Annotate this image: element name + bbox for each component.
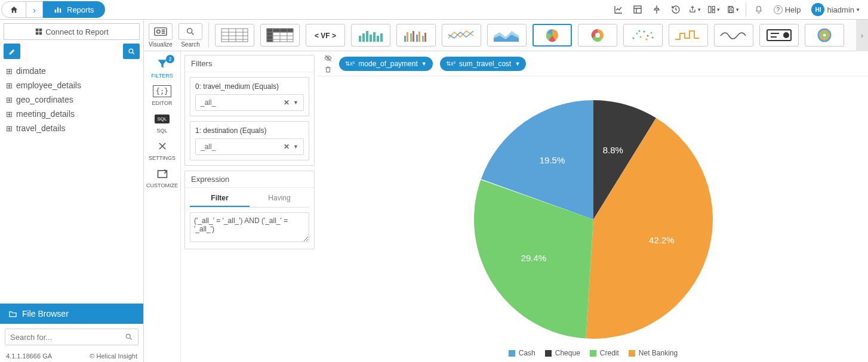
svg-text:19.5%: 19.5% <box>539 154 565 165</box>
version-label: 4.1.1.18666 GA <box>6 352 52 360</box>
chart-type-spline[interactable] <box>714 24 753 47</box>
help-button[interactable]: ? Help <box>769 5 806 14</box>
tab-having[interactable]: Having <box>250 190 309 207</box>
svg-point-54 <box>822 33 827 38</box>
toolbar-save-icon[interactable]: ▾ <box>724 1 742 18</box>
tool-sql[interactable]: SQL SQL <box>144 110 180 135</box>
svg-point-13 <box>129 49 133 53</box>
user-menu[interactable]: HI hiadmin ▾ <box>807 3 864 16</box>
svg-rect-32 <box>410 33 412 42</box>
svg-rect-31 <box>407 32 408 42</box>
toolbar-chart-icon[interactable] <box>610 1 627 18</box>
tables-list: ⊞dimdate⊞employee_details⊞geo_cordinates… <box>0 63 143 304</box>
breadcrumb-chevron[interactable]: › <box>26 1 43 18</box>
svg-point-16 <box>157 30 161 33</box>
svg-rect-24 <box>362 33 365 42</box>
table-icon: ⊞ <box>6 124 13 133</box>
toolbar-history-icon[interactable] <box>667 1 685 18</box>
chart-type-line[interactable] <box>442 24 481 47</box>
settings-icon <box>156 140 168 152</box>
chart-type-vf[interactable]: < VF > <box>306 24 345 47</box>
svg-rect-4 <box>709 7 711 13</box>
expression-panel-title: Expression <box>185 171 314 188</box>
edit-icon <box>8 48 16 55</box>
svg-text:29.4%: 29.4% <box>521 253 546 263</box>
table-item[interactable]: ⊞meeting_details <box>5 107 138 121</box>
file-browser-button[interactable]: File Browser <box>0 304 143 324</box>
svg-rect-23 <box>359 36 361 42</box>
chart-type-table[interactable] <box>215 24 254 47</box>
chart-type-pie[interactable] <box>533 24 572 47</box>
pill-sum-travel-cost[interactable]: ⇅x²sum_travel_cost▼ <box>440 57 527 71</box>
chart-type-bar-single[interactable] <box>351 24 390 47</box>
breadcrumb-reports[interactable]: Reports <box>43 1 105 18</box>
legend-item[interactable]: Net Banking <box>629 349 678 357</box>
svg-rect-30 <box>404 36 406 42</box>
table-item[interactable]: ⊞geo_cordinates <box>5 92 138 107</box>
tool-editor[interactable]: {;} EDITOR <box>144 82 180 107</box>
svg-text:8.8%: 8.8% <box>602 144 623 154</box>
search-tables-button[interactable] <box>123 44 140 59</box>
table-icon: ⊞ <box>6 110 13 119</box>
eye-off-icon[interactable] <box>324 54 332 62</box>
pill-mode-of-payment[interactable]: ⇅x²mode_of_payment▼ <box>339 57 433 71</box>
chart-type-radial[interactable] <box>805 24 844 47</box>
search-icon <box>186 27 195 36</box>
visualize-button[interactable]: Visualize <box>149 23 173 48</box>
chart-type-card[interactable] <box>759 24 799 47</box>
toolbar-bell-icon[interactable] <box>750 1 768 18</box>
svg-rect-26 <box>370 35 372 42</box>
folder-icon <box>8 310 17 318</box>
expression-textarea[interactable] <box>190 212 309 242</box>
svg-rect-33 <box>413 31 414 42</box>
table-item[interactable]: ⊞employee_details <box>5 78 138 92</box>
edit-button[interactable] <box>4 44 20 59</box>
svg-point-14 <box>126 334 130 338</box>
toolbar-pin-icon[interactable] <box>648 1 666 18</box>
toolbar-layout-icon[interactable]: ▾ <box>705 1 723 18</box>
table-item[interactable]: ⊞dimdate <box>5 64 138 78</box>
chart-type-crosstab[interactable] <box>260 24 300 47</box>
svg-rect-28 <box>377 36 379 42</box>
tab-filter[interactable]: Filter <box>190 190 250 207</box>
delete-icon[interactable] <box>324 66 332 73</box>
svg-rect-12 <box>39 32 42 35</box>
svg-text:42.2%: 42.2% <box>649 235 675 245</box>
svg-rect-3 <box>634 6 641 13</box>
toolbar-export-icon[interactable]: ▾ <box>686 1 704 18</box>
svg-rect-7 <box>730 7 732 8</box>
file-browser-label: File Browser <box>22 309 69 318</box>
chart-type-scatter[interactable] <box>623 24 663 47</box>
filters-panel-title: Filters <box>185 55 314 72</box>
toolbar-template-icon[interactable] <box>629 1 647 18</box>
home-icon <box>10 5 19 14</box>
chart-type-area[interactable] <box>487 24 527 47</box>
chart-type-step[interactable] <box>669 24 708 47</box>
svg-rect-29 <box>380 33 383 42</box>
table-item[interactable]: ⊞travel_details <box>5 121 138 135</box>
tool-settings[interactable]: SETTINGS <box>144 137 180 162</box>
svg-rect-25 <box>366 31 368 42</box>
chart-legend: CashChequeCreditNet Banking <box>318 349 868 357</box>
search-input[interactable] <box>10 333 125 342</box>
svg-rect-21 <box>267 29 273 42</box>
svg-rect-6 <box>712 10 715 13</box>
copyright-label: © Helical Insight <box>90 352 137 360</box>
legend-item[interactable]: Cheque <box>545 349 580 357</box>
legend-item[interactable]: Cash <box>509 349 535 357</box>
chart-type-bar-multi[interactable] <box>396 24 436 47</box>
legend-item[interactable]: Credit <box>590 349 619 357</box>
filter-value-select[interactable]: _all_✕▼ <box>195 94 304 111</box>
filter-value-select[interactable]: _all_✕▼ <box>195 138 304 155</box>
visualize-search-button[interactable]: Search <box>178 23 202 48</box>
search-icon <box>125 333 133 341</box>
chart-types-scroll-right[interactable]: › <box>856 20 868 51</box>
home-button[interactable] <box>1 1 26 18</box>
svg-point-17 <box>187 28 192 33</box>
tool-filters[interactable]: 2 FILTERS <box>144 55 180 80</box>
svg-point-44 <box>644 31 645 33</box>
tool-customize[interactable]: CUSTOMIZE <box>144 165 180 190</box>
chart-type-donut[interactable] <box>578 24 617 47</box>
svg-point-43 <box>640 36 642 38</box>
connect-report-button[interactable]: Connect to Report <box>4 23 140 40</box>
